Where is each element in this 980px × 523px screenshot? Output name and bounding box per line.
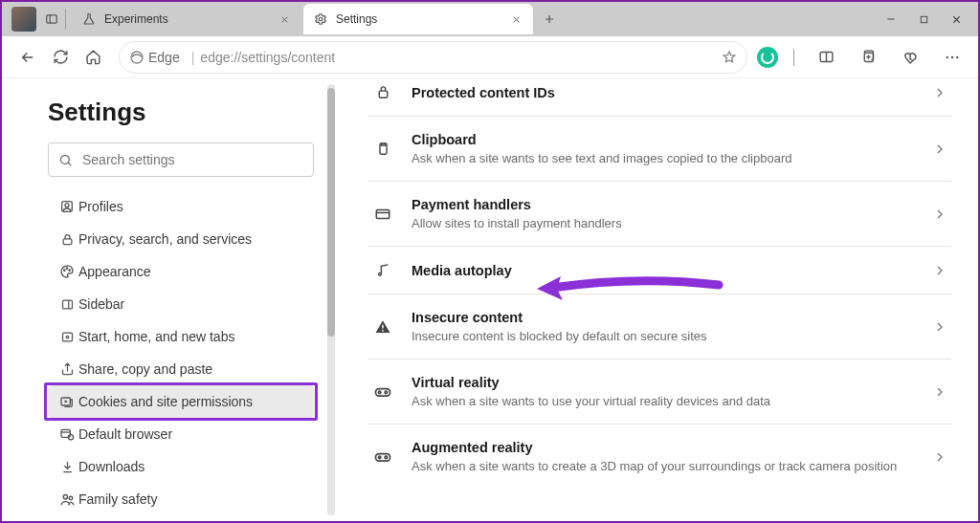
svg-point-13	[64, 270, 65, 271]
svg-point-11	[65, 204, 69, 207]
sidebar-item-default-browser[interactable]: Default browser	[48, 418, 314, 450]
sidebar-item-start[interactable]: Start, home, and new tabs	[48, 320, 314, 353]
search-settings[interactable]	[48, 142, 314, 177]
svg-point-31	[385, 391, 388, 394]
grammarly-icon[interactable]	[757, 47, 778, 68]
svg-rect-25	[379, 91, 388, 98]
svg-point-33	[378, 456, 381, 459]
palette-icon	[56, 264, 78, 279]
sidebar-item-sidebar[interactable]: Sidebar	[48, 288, 314, 320]
tab-experiments[interactable]: Experiments	[72, 4, 301, 34]
row-subtitle: Insecure content is blocked by default o…	[412, 329, 915, 343]
gear-icon	[313, 11, 328, 27]
svg-rect-16	[62, 300, 72, 309]
svg-point-6	[947, 55, 948, 57]
row-virtual-reality[interactable]: Virtual realityAsk when a site wants to …	[368, 360, 951, 425]
row-subtitle: Ask when a site wants to use your virtua…	[412, 394, 915, 408]
ar-icon	[371, 447, 394, 467]
settings-main: Protected content IDs ClipboardAsk when …	[341, 78, 978, 521]
tab-settings[interactable]: Settings	[303, 4, 533, 34]
url-text: edge://settings/content	[200, 50, 335, 65]
back-button[interactable]	[11, 41, 44, 74]
svg-rect-0	[47, 15, 57, 23]
row-title: Virtual reality	[412, 375, 915, 390]
titlebar: Experiments Settings	[2, 2, 978, 36]
svg-rect-27	[376, 209, 390, 218]
clipboard-icon	[371, 141, 394, 157]
row-payment-handlers[interactable]: Payment handlersAllow sites to install p…	[368, 182, 951, 247]
maximize-button[interactable]	[907, 6, 940, 33]
row-subtitle: Allow sites to install payment handlers	[412, 216, 915, 230]
chevron-right-icon	[932, 319, 947, 335]
sidebar-scrollbar[interactable]	[327, 84, 335, 515]
svg-point-34	[385, 456, 388, 459]
tab-label: Experiments	[104, 12, 277, 26]
svg-point-28	[378, 272, 381, 275]
profile-avatar[interactable]	[11, 7, 36, 32]
row-clipboard[interactable]: ClipboardAsk when a site wants to see te…	[368, 117, 951, 182]
chevron-right-icon	[932, 85, 947, 100]
svg-point-18	[66, 336, 69, 338]
row-protected-content[interactable]: Protected content IDs	[368, 78, 951, 117]
sidebar-item-downloads[interactable]: Downloads	[48, 450, 314, 483]
sidebar-item-label: Start, home, and new tabs	[78, 329, 234, 344]
sidebar-item-share[interactable]: Share, copy and paste	[48, 353, 314, 385]
minimize-button[interactable]	[875, 6, 907, 33]
profile-icon	[56, 199, 78, 214]
music-note-icon	[371, 262, 394, 278]
search-icon	[58, 153, 73, 167]
row-insecure-content[interactable]: Insecure contentInsecure content is bloc…	[368, 294, 951, 360]
flask-icon	[81, 11, 97, 27]
edge-logo-icon	[129, 50, 145, 65]
toolbar: Edge | edge://settings/content	[2, 36, 978, 78]
card-icon	[371, 206, 394, 223]
svg-point-14	[66, 268, 67, 269]
scrollbar-thumb[interactable]	[327, 88, 335, 337]
close-icon[interactable]	[277, 11, 292, 27]
svg-rect-2	[921, 16, 926, 22]
sidebar-item-label: Downloads	[78, 459, 145, 474]
svg-point-7	[951, 55, 953, 57]
edge-label: Edge	[148, 50, 180, 65]
collections-icon[interactable]	[852, 41, 884, 74]
people-icon	[56, 491, 78, 508]
row-title: Protected content IDs	[412, 85, 915, 100]
refresh-button[interactable]	[44, 41, 77, 74]
search-input[interactable]	[82, 152, 303, 167]
chevron-right-icon	[932, 142, 947, 157]
address-bar[interactable]: Edge | edge://settings/content	[119, 41, 747, 74]
favorite-icon[interactable]	[722, 50, 737, 65]
split-screen-icon[interactable]	[810, 41, 842, 74]
sidebar-item-family[interactable]: Family safety	[48, 483, 314, 515]
svg-point-20	[65, 401, 66, 402]
sidebar-item-label: Cookies and site permissions	[78, 394, 253, 409]
new-tab-icon	[56, 330, 78, 344]
divider	[793, 49, 794, 66]
share-icon	[56, 362, 78, 377]
panel-icon	[56, 297, 78, 312]
sidebar-item-label: Profiles	[78, 199, 123, 214]
row-augmented-reality[interactable]: Augmented realityAsk when a site wants t…	[368, 425, 951, 489]
tab-actions-icon[interactable]	[44, 11, 59, 27]
browser-essentials-icon[interactable]	[894, 41, 926, 74]
svg-point-8	[956, 55, 958, 57]
row-title: Insecure content	[412, 310, 915, 325]
sidebar-item-profiles[interactable]: Profiles	[48, 190, 314, 223]
sidebar-item-privacy[interactable]: Privacy, search, and services	[48, 223, 314, 255]
sidebar-item-appearance[interactable]: Appearance	[48, 255, 314, 288]
row-media-autoplay[interactable]: Media autoplay	[368, 247, 951, 294]
sidebar-item-cookies[interactable]: Cookies and site permissions	[48, 385, 314, 418]
page-title: Settings	[48, 98, 314, 127]
window-close-button[interactable]	[940, 6, 972, 33]
row-title: Media autoplay	[412, 263, 915, 278]
row-title: Payment handlers	[412, 197, 915, 212]
sidebar-item-label: Privacy, search, and services	[78, 231, 252, 247]
chevron-right-icon	[932, 384, 947, 400]
menu-icon[interactable]	[936, 41, 969, 74]
close-icon[interactable]	[508, 11, 523, 27]
chevron-right-icon	[932, 263, 947, 278]
svg-rect-12	[63, 238, 72, 244]
new-tab-button[interactable]	[535, 5, 564, 33]
home-button[interactable]	[77, 41, 109, 74]
download-icon	[56, 460, 78, 474]
